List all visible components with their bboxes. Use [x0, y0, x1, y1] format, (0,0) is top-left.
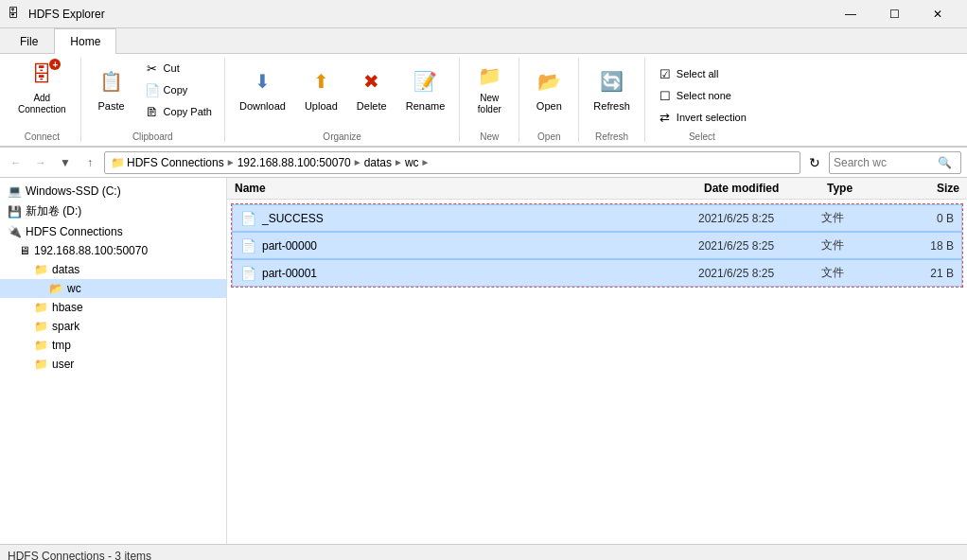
sidebar-item-hdfs-connections[interactable]: 🔌 HDFS Connections: [0, 222, 226, 241]
ribbon-group-connect: 🗄 + AddConnection Connect: [4, 58, 81, 142]
ribbon-group-new: 📁 Newfolder New: [460, 58, 519, 142]
file-item-success[interactable]: 📄 _SUCCESS 2021/6/25 8:25 文件 0 B: [232, 204, 962, 232]
sidebar-item-datas[interactable]: 📁 datas: [0, 260, 226, 279]
path-part-3: datas: [364, 156, 392, 169]
group-label-select: Select: [651, 130, 753, 142]
sidebar-label-user: user: [52, 358, 74, 371]
ribbon-group-organize: ⬇ Download ⬆ Upload ✖ Delete 📝 Rename Or…: [225, 58, 460, 142]
address-path[interactable]: 📁 HDFS Connections ► 192.168.88.100:5007…: [104, 151, 800, 174]
sidebar-label-spark: spark: [52, 320, 79, 333]
search-box: 🔍: [829, 151, 961, 174]
new-folder-button[interactable]: 📁 Newfolder: [466, 58, 513, 120]
add-connection-button[interactable]: 🗄 + AddConnection: [9, 58, 75, 120]
status-bar: HDFS Connections - 3 items: [0, 544, 967, 560]
sidebar-label-tmp: tmp: [52, 339, 71, 352]
path-part-2: 192.168.88.100:50070: [237, 156, 351, 169]
select-all-button[interactable]: ☑ Select all: [651, 63, 753, 84]
file-icon-part00000: 📄: [240, 238, 256, 254]
tab-file[interactable]: File: [4, 28, 54, 54]
copy-path-button[interactable]: 🖹 Copy Path: [138, 101, 219, 122]
open-button[interactable]: 📂 Open: [525, 58, 572, 120]
sidebar-item-windows-ssd[interactable]: 💻 Windows-SSD (C:): [0, 182, 226, 201]
window-controls: — ☐ ✕: [829, 0, 959, 28]
download-button[interactable]: ⬇ Download: [231, 58, 294, 120]
col-header-size[interactable]: Size: [903, 182, 959, 195]
delete-button[interactable]: ✖ Delete: [348, 58, 396, 120]
ribbon-group-select: ☑ Select all ☐ Select none ⇄ Invert sele…: [645, 58, 759, 142]
sidebar-item-spark[interactable]: 📁 spark: [0, 317, 226, 336]
cut-icon: ✂: [145, 61, 160, 76]
rename-button[interactable]: 📝 Rename: [397, 58, 454, 120]
up-button[interactable]: ↑: [79, 152, 100, 173]
folder-user-icon: 📁: [34, 358, 48, 371]
file-icon-success: 📄: [240, 211, 256, 226]
sidebar-label-hbase: hbase: [52, 301, 83, 314]
file-selection-box: 📄 _SUCCESS 2021/6/25 8:25 文件 0 B 📄 part-…: [231, 203, 963, 288]
copy-icon: 📄: [145, 82, 160, 97]
search-input[interactable]: [830, 154, 934, 171]
file-date-part00001: 2021/6/25 8:25: [698, 267, 821, 280]
file-type-part00001: 文件: [821, 265, 897, 281]
file-item-part00001[interactable]: 📄 part-00001 2021/6/25 8:25 文件 21 B: [232, 259, 962, 287]
ribbon-group-refresh: 🔄 Refresh Refresh: [579, 58, 645, 142]
file-item-part00000[interactable]: 📄 part-00000 2021/6/25 8:25 文件 18 B: [232, 232, 962, 259]
sidebar-item-ip-node[interactable]: 🖥 192.168.88.100:50070: [0, 241, 226, 260]
sidebar-item-wc[interactable]: 📂 wc: [0, 279, 226, 298]
file-name-success: _SUCCESS: [262, 212, 324, 225]
search-button[interactable]: 🔍: [934, 152, 955, 173]
hdd-d-icon: 💾: [8, 205, 22, 219]
file-type-success: 文件: [821, 210, 897, 226]
sidebar-item-hbase[interactable]: 📁 hbase: [0, 298, 226, 317]
file-size-success: 0 B: [897, 212, 954, 225]
folder-wc-icon: 📂: [49, 282, 63, 295]
sidebar-item-new-vol-d[interactable]: 💾 新加卷 (D:): [0, 201, 226, 222]
upload-icon: ⬆: [306, 66, 336, 96]
group-label-new: New: [466, 130, 513, 142]
col-header-name[interactable]: Name: [235, 182, 704, 195]
sidebar-label-new-vol-d: 新加卷 (D:): [26, 203, 81, 219]
invert-selection-button[interactable]: ⇄ Invert selection: [651, 107, 753, 128]
delete-icon: ✖: [357, 66, 387, 96]
file-type-part00000: 文件: [821, 237, 897, 254]
col-header-date[interactable]: Date modified: [704, 182, 827, 195]
upload-button[interactable]: ⬆ Upload: [296, 58, 346, 120]
open-icon: 📂: [534, 66, 564, 96]
cut-button[interactable]: ✂ Cut: [138, 58, 219, 79]
sidebar-label-wc: wc: [67, 282, 81, 295]
forward-button[interactable]: →: [30, 152, 51, 173]
back-button[interactable]: ←: [6, 152, 26, 173]
paste-button[interactable]: 📋 Paste: [87, 58, 136, 120]
dropdown-button[interactable]: ▼: [55, 152, 76, 173]
sidebar: 💻 Windows-SSD (C:) 💾 新加卷 (D:) 🔌 HDFS Con…: [0, 178, 227, 544]
col-header-type[interactable]: Type: [827, 182, 903, 195]
copy-button[interactable]: 📄 Copy: [138, 79, 219, 100]
file-size-part00001: 21 B: [897, 267, 954, 280]
sidebar-item-tmp[interactable]: 📁 tmp: [0, 336, 226, 355]
hdd-icon: 💻: [8, 184, 22, 198]
select-none-icon: ☐: [658, 88, 673, 103]
refresh-button[interactable]: 🔄 Refresh: [585, 58, 639, 120]
tab-home[interactable]: Home: [54, 28, 116, 54]
folder-tmp-icon: 📁: [34, 339, 48, 352]
select-none-button[interactable]: ☐ Select none: [651, 85, 753, 106]
hdfs-network-icon: 🔌: [8, 225, 22, 238]
path-folder-icon: 📁: [111, 156, 125, 169]
path-sep-2: ►: [353, 157, 362, 167]
download-icon: ⬇: [247, 66, 277, 96]
app-title: HDFS Explorer: [28, 8, 829, 21]
status-text: HDFS Connections - 3 items: [8, 550, 151, 561]
ribbon-toolbar: 🗄 + AddConnection Connect 📋 Paste ✂ Cut …: [0, 54, 967, 148]
address-refresh-button[interactable]: ↻: [804, 152, 825, 173]
minimize-button[interactable]: —: [829, 0, 872, 28]
sidebar-label-windows-ssd: Windows-SSD (C:): [26, 184, 121, 198]
title-bar: 🗄 HDFS Explorer — ☐ ✕: [0, 0, 967, 28]
path-part-1: HDFS Connections: [127, 156, 224, 169]
copy-path-icon: 🖹: [145, 104, 160, 119]
file-name-part00000: part-00000: [262, 239, 317, 253]
path-part-4: wc: [405, 156, 419, 169]
main-layout: 💻 Windows-SSD (C:) 💾 新加卷 (D:) 🔌 HDFS Con…: [0, 178, 967, 544]
maximize-button[interactable]: ☐: [872, 0, 916, 28]
path-sep-4: ►: [421, 157, 431, 167]
sidebar-item-user[interactable]: 📁 user: [0, 355, 226, 374]
close-button[interactable]: ✕: [916, 0, 959, 28]
